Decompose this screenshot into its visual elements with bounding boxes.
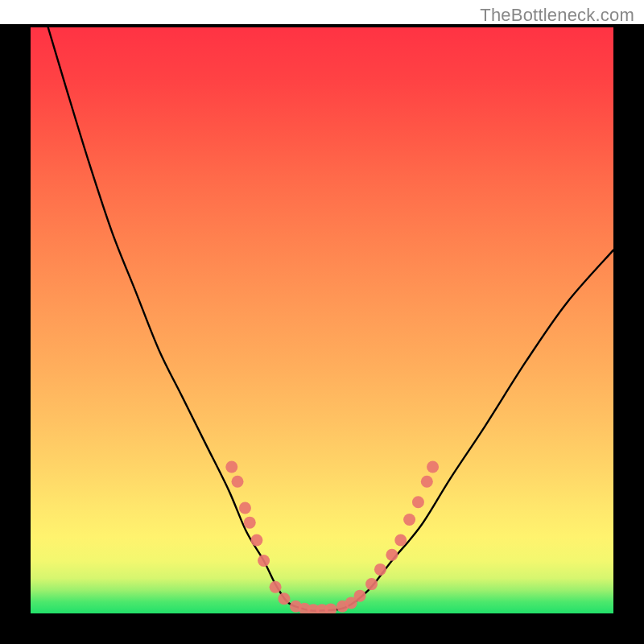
chart-frame	[0, 24, 644, 644]
data-point	[403, 514, 415, 526]
data-points	[225, 461, 439, 614]
bottleneck-curve	[48, 27, 613, 611]
data-point	[250, 535, 262, 547]
plot-area	[31, 27, 613, 613]
curve-path	[48, 27, 613, 611]
data-point	[258, 555, 270, 567]
data-point	[374, 564, 386, 576]
data-point	[225, 461, 237, 473]
data-point	[412, 496, 424, 508]
data-point	[244, 517, 256, 529]
data-point	[394, 535, 407, 547]
data-point	[239, 502, 251, 514]
chart-overlay	[31, 27, 613, 613]
data-point	[324, 603, 336, 613]
data-point	[232, 476, 244, 488]
data-point	[365, 578, 378, 590]
data-point	[427, 461, 439, 473]
data-point	[421, 476, 433, 488]
data-point	[270, 581, 282, 593]
data-point	[386, 549, 398, 561]
data-point	[354, 590, 366, 602]
data-point	[278, 592, 290, 605]
watermark-text: TheBottleneck.com	[480, 5, 634, 26]
